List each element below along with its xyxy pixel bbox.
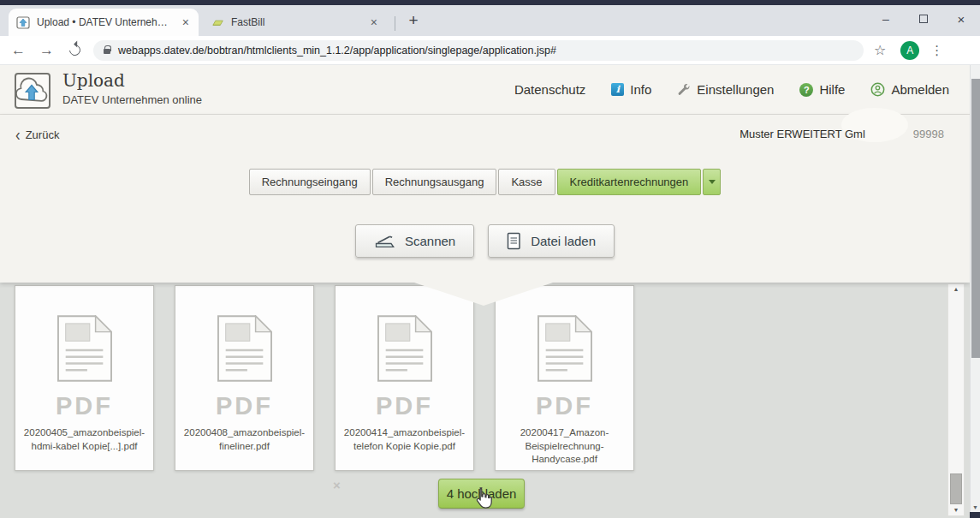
nav-label: Einstellungen [697, 82, 774, 97]
reload-icon[interactable] [67, 42, 82, 57]
nav-hilfe[interactable]: ? Hilfe [799, 82, 845, 97]
panel-pointer-notch [414, 283, 553, 306]
browser-scrollbar[interactable]: ▼ [970, 65, 980, 512]
logout-person-icon [870, 82, 885, 97]
datev-upload-logo [12, 71, 53, 110]
nav-label: Hilfe [819, 82, 845, 97]
browser-window: Upload • DATEV Unternehmen o × FastBill … [0, 0, 980, 518]
client-info: Muster ERWEITERT Gml 99998 [739, 128, 944, 140]
pdf-page-icon [217, 315, 272, 382]
content-panel: ‹ Zurück Muster ERWEITERT Gml 99998 Rech… [0, 115, 970, 283]
file-type-label: PDF [175, 394, 313, 419]
tab-title: Upload • DATEV Unternehmen o [37, 16, 174, 28]
pdf-page-icon [57, 315, 112, 382]
upload-button[interactable]: 4 hochladen [438, 479, 525, 509]
file-card[interactable]: PDF 20200417_Amazon-Beispielrechnung-Han… [495, 285, 634, 471]
help-icon: ? [799, 83, 813, 97]
content-scrollbar[interactable]: ▲ ▼ [947, 283, 965, 516]
tab-rechnungsausgang[interactable]: Rechnungsausgang [372, 169, 497, 195]
load-file-button-label: Datei laden [531, 234, 596, 248]
tab-kreditkartenrechnungen[interactable]: Kreditkartenrechnungen [557, 169, 702, 195]
maximize-icon [919, 15, 928, 23]
scroll-down-icon[interactable]: ▼ [971, 504, 980, 510]
back-link[interactable]: ‹ Zurück [15, 128, 59, 142]
remove-files-icon[interactable]: × [333, 478, 341, 492]
back-label: Zurück [26, 128, 60, 141]
category-dropdown-button[interactable] [703, 169, 721, 195]
action-button-row: Scannen Datei laden [0, 224, 970, 258]
lock-icon [104, 49, 110, 54]
bookmark-star-icon[interactable]: ☆ [874, 42, 886, 58]
nav-label: Datenschutz [514, 82, 585, 97]
file-type-label: PDF [15, 394, 153, 419]
window-close-button[interactable]: × [953, 11, 969, 27]
file-name: 20200417_Amazon-Beispielrechnung-Handyca… [496, 426, 633, 467]
content-scrollbar-thumb[interactable] [950, 473, 962, 504]
client-name: Muster ERWEITERT Gml [739, 128, 865, 140]
file-card[interactable]: PDF 20200414_amazonbeispiel-telefon Kopi… [335, 285, 474, 471]
scanner-icon [374, 233, 395, 249]
category-tab-row: Rechnungseingang Rechnungsausgang Kasse … [0, 169, 970, 195]
nav-info[interactable]: i Info [611, 82, 651, 97]
new-tab-button[interactable]: + [403, 11, 424, 30]
chevron-down-icon [709, 180, 716, 188]
window-bottom-corner [970, 512, 980, 518]
chevron-left-icon: ‹ [15, 127, 21, 144]
datev-upload-favicon [16, 15, 30, 29]
scroll-down-icon[interactable]: ▼ [948, 506, 964, 515]
pdf-page-icon [377, 315, 432, 382]
forward-icon[interactable]: → [39, 43, 54, 57]
url-text: webapps.datev.de/bobtran/htmlclients_min… [118, 45, 556, 57]
file-name: 20200408_amazonbeispiel-fineliner.pdf [175, 426, 313, 453]
nav-datenschutz[interactable]: Datenschutz [514, 82, 585, 97]
file-name: 20200405_amazonbeispiel-hdmi-kabel Kopie… [15, 426, 153, 453]
fastbill-favicon [211, 16, 224, 29]
wrench-icon [677, 83, 691, 97]
page-subtitle: DATEV Unternehmen online [62, 93, 202, 106]
info-icon: i [611, 83, 624, 96]
browser-scrollbar-thumb[interactable] [971, 79, 980, 358]
file-card[interactable]: PDF 20200408_amazonbeispiel-fineliner.pd… [175, 285, 314, 471]
tab-rechnungseingang[interactable]: Rechnungseingang [249, 169, 371, 195]
header-nav: Datenschutz i Info Einstellungen ? Hilfe [514, 65, 949, 114]
file-card[interactable]: PDF 20200405_amazonbeispiel-hdmi-kabel K… [15, 285, 154, 471]
tab-datev-upload[interactable]: Upload • DATEV Unternehmen o × [9, 9, 199, 36]
nav-label: Abmelden [891, 82, 949, 97]
scan-button[interactable]: Scannen [355, 224, 474, 258]
nav-abmelden[interactable]: Abmelden [870, 82, 949, 97]
load-file-button[interactable]: Datei laden [488, 224, 615, 258]
browser-avatar[interactable]: A [900, 41, 919, 60]
tab-fastbill[interactable]: FastBill × [204, 9, 387, 36]
file-name: 20200414_amazonbeispiel-telefon Kopie Ko… [336, 426, 473, 453]
pdf-page-icon [538, 315, 592, 382]
nav-label: Info [630, 82, 651, 97]
tab-separator [395, 16, 395, 31]
page-title: Upload [62, 70, 125, 91]
nav-einstellungen[interactable]: Einstellungen [677, 82, 774, 97]
window-minimize-button[interactable]: – [878, 11, 894, 27]
back-icon[interactable]: ← [11, 43, 26, 57]
tab-title: FastBill [231, 16, 362, 28]
scan-button-label: Scannen [405, 234, 455, 248]
close-tab-icon[interactable]: × [181, 16, 191, 28]
address-bar[interactable]: webapps.datev.de/bobtran/htmlclients_min… [93, 40, 864, 61]
app-header: Upload DATEV Unternehmen online Datensch… [0, 65, 980, 115]
tab-kasse[interactable]: Kasse [498, 169, 555, 195]
window-maximize-button[interactable] [916, 11, 931, 27]
browser-tab-bar: Upload • DATEV Unternehmen o × FastBill … [0, 5, 980, 36]
upload-drop-zone: PDF 20200405_amazonbeispiel-hdmi-kabel K… [0, 283, 970, 518]
document-icon [507, 232, 521, 250]
client-number: 99998 [913, 128, 944, 140]
browser-menu-icon[interactable]: ⋮ [930, 43, 943, 58]
file-type-label: PDF [496, 394, 633, 419]
file-type-label: PDF [336, 394, 473, 419]
browser-toolbar: ← → webapps.datev.de/bobtran/htmlclients… [0, 36, 980, 65]
scroll-up-icon[interactable]: ▲ [948, 285, 964, 294]
close-tab-icon[interactable]: × [369, 16, 379, 28]
